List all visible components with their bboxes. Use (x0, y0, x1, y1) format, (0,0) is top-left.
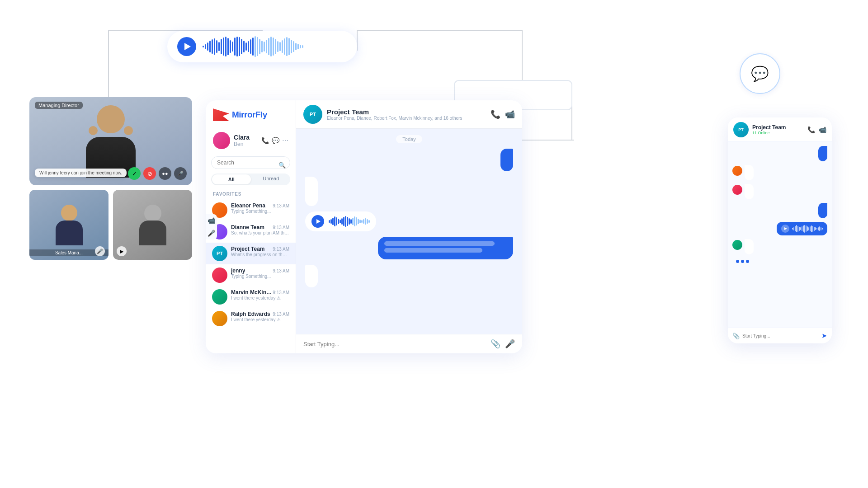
msg-row-in-2 (305, 265, 513, 287)
mini-bar-6 (340, 220, 341, 223)
mobile-text-input[interactable] (742, 333, 819, 338)
list-item-marvin[interactable]: Marvin McKinney9:13 AM I went there yest… (206, 286, 296, 308)
mob-bar-13 (810, 226, 811, 231)
video-call-panel: Managing Director Will jenny feery can j… (29, 97, 192, 260)
typing-indicator (732, 258, 827, 265)
chat-list: Eleanor Pena9:13 AM Typing Something... … (206, 199, 296, 353)
favorites-label: FAVORITES (206, 190, 296, 199)
search-row: 🔍 (206, 156, 296, 174)
waveform-bar-10 (225, 37, 226, 56)
mini-bar-2 (332, 218, 334, 225)
more-icon[interactable]: ⋯ (282, 137, 288, 144)
sidebar-header-icons: 📞 💬 ⋯ (261, 137, 288, 144)
list-item-dianne[interactable]: Dianne Team9:13 AM So, what's your plan … (206, 221, 296, 243)
waveform-bar-25 (259, 39, 260, 54)
waveform-bar-34 (279, 42, 281, 51)
mini-bar-19 (363, 219, 364, 224)
mobile-chat-panel: PT Project Team 11 Online 📞 📹 (728, 117, 832, 343)
call-icon[interactable]: 📞 (261, 137, 269, 144)
mic-icon[interactable]: 🎤 (208, 230, 215, 237)
mobile-group-name: Project Team (752, 124, 786, 131)
mobile-audio-play[interactable] (781, 225, 789, 233)
waveform-bar-35 (282, 40, 283, 53)
msg-bubble-in-1 (305, 177, 318, 206)
mini-bar-18 (361, 220, 363, 223)
mini-bar-12 (350, 219, 352, 224)
mute-button[interactable]: 🎤 (174, 167, 187, 180)
list-item-ralph[interactable]: Ralph Edwards9:13 AM I went there yester… (206, 308, 296, 329)
chat-app-panel: MirrorFly Clara Ben 📞 💬 ⋯ 🔍 All Unread (206, 100, 522, 353)
accept-call-button[interactable]: ✓ (128, 167, 141, 180)
waveform-bar-7 (218, 42, 220, 51)
msg-row-out-2 (305, 237, 513, 259)
mobile-send-button[interactable]: ➤ (821, 332, 827, 340)
filter-unread-button[interactable]: Unread (252, 174, 291, 185)
mobile-attachment-icon[interactable]: 📎 (732, 333, 740, 339)
mini-bar-22 (368, 220, 370, 223)
phone-icon[interactable]: 📞 (491, 109, 500, 119)
brand-logo-area: MirrorFly (206, 108, 296, 128)
mob-bar-11 (807, 226, 808, 231)
waveform-bar-44 (302, 45, 303, 48)
mob-bar-3 (796, 225, 797, 232)
chat-circle-icon-area: 💬 (740, 53, 780, 94)
audio-play-button[interactable] (177, 37, 196, 56)
mob-bar-6 (800, 227, 801, 230)
list-item-project-team[interactable]: PT Project Team9:13 AM What's the progre… (206, 243, 296, 264)
end-call-button[interactable]: ⊘ (143, 167, 156, 180)
typing-dot-2 (741, 260, 744, 263)
mobile-video-icon[interactable]: 📹 (819, 126, 826, 133)
mob-avatar-3 (732, 240, 742, 250)
list-item-eleanor[interactable]: Eleanor Pena9:13 AM Typing Something... (206, 199, 296, 221)
more-options-button[interactable]: ●● (159, 167, 171, 180)
mob-avatar-1 (732, 166, 742, 176)
microphone-icon[interactable]: 🎤 (505, 339, 515, 349)
mob-bar-10 (806, 225, 807, 232)
msg-bubble-out-1 (500, 149, 513, 171)
audio-message-bubble (305, 211, 376, 231)
list-item-jenny[interactable]: jenny9:13 AM Typing Something... (206, 264, 296, 286)
chat-bubble-icon: 💬 (751, 65, 769, 82)
mob-bar-17 (815, 227, 816, 230)
mini-bar-1 (330, 219, 332, 224)
filter-all-button[interactable]: All (212, 174, 251, 184)
waveform-bar-43 (300, 45, 301, 48)
mob-bubble-in-2 (745, 184, 754, 199)
waveform-bar-28 (266, 40, 267, 53)
waveform-bar-15 (236, 37, 238, 56)
waveform-bar-3 (209, 41, 211, 52)
chat-input-row: 📎 🎤 (296, 334, 522, 353)
mini-bar-13 (352, 218, 354, 225)
user-name: Clara Ben (234, 134, 250, 147)
mini-bar-20 (365, 218, 366, 225)
attachment-icon[interactable]: 📎 (491, 339, 500, 349)
mini-bar-11 (349, 218, 350, 225)
waveform-bar-36 (284, 38, 285, 55)
video-icon[interactable]: 📹 (208, 217, 215, 224)
waveform-bar-14 (234, 38, 236, 56)
chat-icon[interactable]: 💬 (272, 137, 279, 144)
thumb-ctrl-2[interactable]: ▶ (117, 246, 127, 256)
mobile-messages (728, 141, 832, 328)
waveform-bar-24 (257, 37, 258, 56)
mini-bar-9 (345, 216, 346, 227)
waveform-bar-42 (297, 44, 299, 49)
avatar-project-team: PT (212, 246, 227, 261)
chat-text-input[interactable] (303, 341, 486, 347)
waveform-bar-5 (214, 38, 215, 55)
waveform-bar-29 (268, 38, 269, 55)
avatar-ralph (212, 311, 227, 326)
mobile-phone-icon[interactable]: 📞 (807, 126, 815, 133)
thumb-ctrl-1[interactable]: 🎤 (95, 246, 105, 256)
waveform-bar-39 (291, 40, 292, 53)
sidebar-left-icons: 📹 🎤 (206, 214, 217, 239)
group-members: Eleanor Pena, Dianee, Robert Fox, Marvin… (327, 116, 486, 121)
user-profile-row[interactable]: Clara Ben 📞 💬 ⋯ (206, 128, 296, 156)
mini-bar-8 (343, 217, 344, 226)
mob-bar-9 (804, 225, 805, 233)
video-call-icon[interactable]: 📹 (505, 109, 515, 119)
brand-name: MirrorFly (232, 110, 267, 120)
mirrorfly-logo (213, 108, 229, 121)
thumb-person2: ▶ (113, 190, 192, 260)
audio-play-sm-button[interactable] (311, 215, 324, 228)
